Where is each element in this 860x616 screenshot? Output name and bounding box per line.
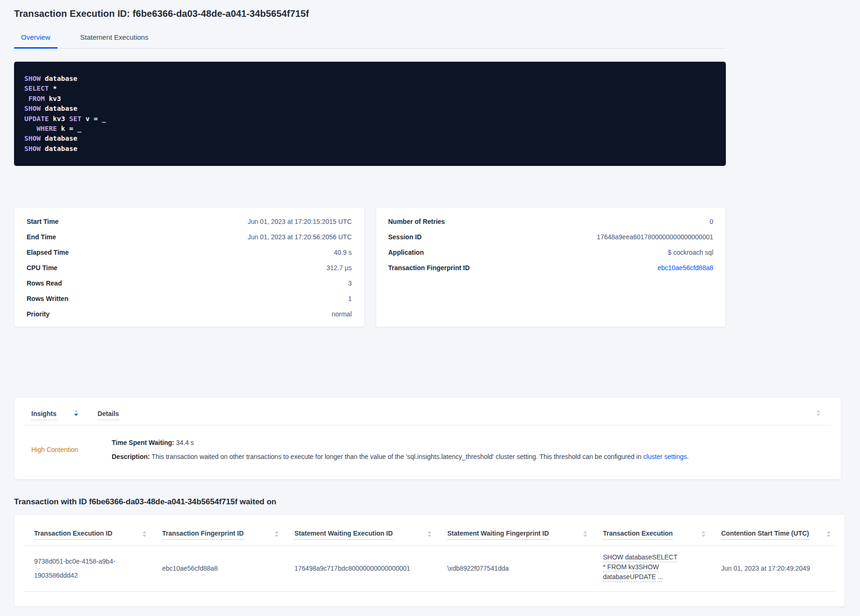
- summary-value: Jun 01, 2023 at 17:20:56:2056 UTC: [248, 233, 352, 241]
- column-header-transaction-fingerprint-id[interactable]: Transaction Fingerprint ID: [162, 530, 294, 540]
- sort-icon[interactable]: [583, 531, 587, 537]
- summary-value: 0: [710, 218, 713, 225]
- sql-code: SHOW databaseSELECT * FROM kv3SHOW datab…: [24, 74, 716, 154]
- insights-table-header: Insights Details: [14, 410, 841, 425]
- tab-overview[interactable]: Overview: [14, 29, 57, 49]
- insights-table: Insights Details High Contention Time Sp…: [14, 397, 841, 480]
- insight-badge-high-contention: High Contention: [31, 446, 112, 453]
- summary-label: CPU Time: [27, 264, 57, 272]
- summary-row: Rows Read 3: [27, 275, 352, 291]
- sort-icon[interactable]: [702, 531, 705, 537]
- summary-row: Rows Written 1: [27, 291, 352, 306]
- table-row: 9738d051-bc0e-4158-a9b4-1903586ddd42 ebc…: [14, 546, 845, 591]
- sort-icon[interactable]: [143, 531, 146, 537]
- summary-value: $ cockroach sql: [668, 249, 713, 256]
- cell-transaction-fingerprint-id: ebc10ae56cfd88a8: [162, 561, 294, 575]
- summary-row: Transaction Fingerprint ID ebc10ae56cfd8…: [388, 260, 714, 275]
- sort-icon[interactable]: [275, 531, 279, 537]
- insight-row: High Contention Time Spent Waiting: 34.4…: [14, 425, 841, 476]
- cluster-settings-link[interactable]: cluster settings: [643, 453, 687, 460]
- transaction-execution-link[interactable]: SHOW databaseSELECT * FROM kv3SHOW datab…: [603, 552, 681, 582]
- divider: [24, 591, 835, 592]
- transaction-execution-page: Transaction Execution ID: f6be6366-da03-…: [0, 0, 860, 607]
- summary-label: Transaction Fingerprint ID: [388, 264, 470, 272]
- summary-row: Number of Retries 0: [388, 214, 714, 229]
- waited-table-header: Transaction Execution ID Transaction Fin…: [14, 515, 845, 540]
- summary-row: Elapsed Time 40.9 s: [27, 244, 352, 260]
- summary-row: Start Time Jun 01, 2023 at 17:20:15:2015…: [27, 214, 352, 229]
- cell-statement-waiting-fingerprint-id: \xdb8922f077541dda: [447, 561, 603, 575]
- summary-label: Rows Read: [27, 279, 62, 287]
- sort-desc-icon[interactable]: [74, 410, 78, 416]
- summary-label: Priority: [27, 310, 50, 318]
- column-header-statement-waiting-fingerprint-id[interactable]: Statement Waiting Fingerprint ID: [447, 530, 603, 540]
- insights-column-header[interactable]: Insights: [31, 410, 57, 420]
- time-spent-waiting-line: Time Spent Waiting: 34.4 s: [112, 436, 824, 450]
- session-summary-card: Number of Retries 0 Session ID 17648a9ee…: [376, 207, 726, 327]
- sort-icon[interactable]: [817, 410, 820, 416]
- summary-value: 312.7 µs: [327, 264, 352, 272]
- tab-bar: Overview Statement Executions: [14, 29, 726, 49]
- waited-on-table: Transaction Execution ID Transaction Fin…: [14, 514, 845, 607]
- summary-row: CPU Time 312.7 µs: [27, 260, 352, 275]
- summary-label: Number of Retries: [388, 218, 445, 225]
- summary-row: Session ID 17648a9eea6017800000000000000…: [388, 229, 714, 244]
- summary-label: End Time: [27, 233, 56, 241]
- summary-value: 40.9 s: [334, 249, 351, 256]
- tab-statement-executions[interactable]: Statement Executions: [73, 29, 156, 48]
- insight-description-line: Description: This transaction waited on …: [112, 450, 824, 464]
- column-header-statement-waiting-execution-id[interactable]: Statement Waiting Execution ID: [294, 530, 447, 540]
- summary-value: Jun 01, 2023 at 17:20:15:2015 UTC: [248, 218, 352, 225]
- summary-value: 3: [348, 279, 352, 287]
- summary-label: Elapsed Time: [27, 249, 69, 256]
- summary-label: Session ID: [388, 233, 422, 241]
- column-header-transaction-execution-id[interactable]: Transaction Execution ID: [34, 530, 162, 540]
- cell-statement-waiting-execution-id: 176498a9c717bdc80000000000000001: [294, 561, 447, 575]
- waited-on-heading: Transaction with ID f6be6366-da03-48de-a…: [14, 497, 846, 507]
- summary-row: End Time Jun 01, 2023 at 17:20:56:2056 U…: [27, 229, 352, 244]
- summary-label: Start Time: [27, 218, 58, 225]
- cell-transaction-execution: SHOW databaseSELECT * FROM kv3SHOW datab…: [603, 552, 721, 584]
- column-header-transaction-execution[interactable]: Transaction Execution: [603, 530, 721, 540]
- summary-row: Priority normal: [27, 306, 352, 322]
- transaction-fingerprint-link[interactable]: ebc10ae56cfd88a8: [658, 264, 713, 272]
- details-column-header[interactable]: Details: [98, 410, 119, 420]
- summary-value: normal: [332, 310, 352, 318]
- divider: [24, 476, 831, 476]
- summary-label: Application: [388, 249, 424, 256]
- page-title: Transaction Execution ID: f6be6366-da03-…: [14, 8, 846, 19]
- summary-value: 17648a9eea6017800000000000000001: [597, 233, 713, 241]
- sort-icon[interactable]: [428, 531, 431, 537]
- cell-contention-start-time: Jun 01, 2023 at 17:20:49:2049: [721, 561, 831, 575]
- column-header-contention-start-time[interactable]: Contention Start Time (UTC): [721, 530, 831, 540]
- insight-details: Time Spent Waiting: 34.4 s Description: …: [112, 436, 824, 464]
- summary-value: 1: [348, 295, 352, 302]
- summary-cards-row: Start Time Jun 01, 2023 at 17:20:15:2015…: [14, 207, 726, 327]
- execution-summary-card: Start Time Jun 01, 2023 at 17:20:15:2015…: [14, 207, 365, 327]
- sql-statement-box: SHOW databaseSELECT * FROM kv3SHOW datab…: [14, 62, 726, 166]
- cell-transaction-execution-id: 9738d051-bc0e-4158-a9b4-1903586ddd42: [34, 554, 162, 582]
- summary-label: Rows Written: [27, 295, 68, 302]
- summary-row: Application $ cockroach sql: [388, 244, 714, 260]
- sort-icon[interactable]: [827, 531, 831, 537]
